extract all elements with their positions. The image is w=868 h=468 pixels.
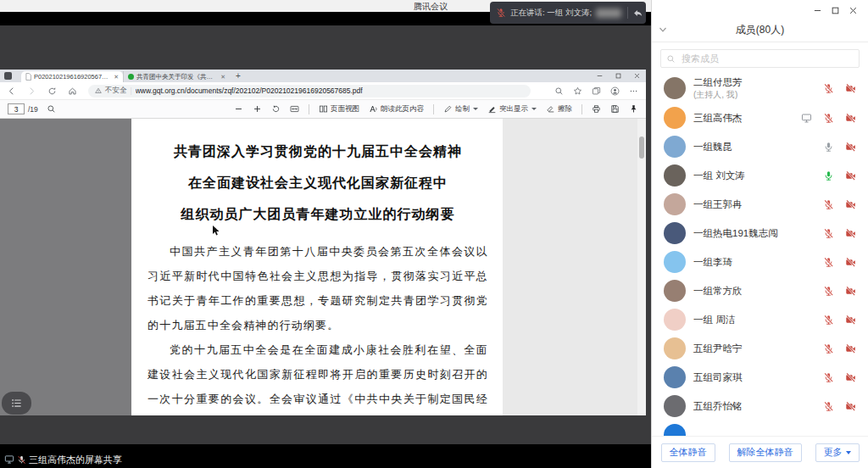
mic-muted-icon[interactable]: [823, 372, 834, 383]
member-row[interactable]: 一组王郭冉: [652, 190, 868, 219]
member-name-block: 一组王郭冉: [693, 198, 743, 211]
collapse-arrow-icon[interactable]: [632, 8, 643, 19]
rotate-icon[interactable]: [271, 104, 281, 114]
member-row[interactable]: 一组热电191魏志闯: [652, 219, 868, 248]
zoom-icon[interactable]: [554, 86, 564, 96]
member-row[interactable]: 一组常方欣: [652, 276, 868, 305]
draw-button[interactable]: 绘制: [443, 104, 478, 114]
camera-off-icon[interactable]: [845, 372, 856, 383]
fit-to-width-icon[interactable]: [290, 104, 299, 114]
back-icon[interactable]: [7, 86, 16, 96]
minimize-button[interactable]: [809, 3, 826, 17]
address-bar[interactable]: 不安全 | www.gqt.org.cn/documents/zqf/20210…: [88, 85, 531, 98]
camera-off-icon[interactable]: [845, 286, 856, 297]
tab-close-icon[interactable]: ✕: [114, 74, 119, 81]
zoom-in-icon[interactable]: [253, 104, 262, 114]
member-row[interactable]: 一组魏昆: [652, 132, 868, 161]
camera-off-icon[interactable]: [845, 142, 856, 153]
floating-toolbar-toggle[interactable]: [2, 392, 31, 415]
browser-close-button[interactable]: [627, 70, 646, 82]
mic-muted-icon[interactable]: [823, 286, 834, 297]
pdf-toolbar-actions: 页面视图 朗读此页内容 绘制 突出显示: [234, 104, 638, 114]
pdf-scrollbar[interactable]: [637, 119, 646, 415]
member-row[interactable]: 二组付思芳 (主持人, 我): [652, 73, 868, 103]
mute-all-button[interactable]: 全体静音: [661, 443, 715, 462]
pin-toolbar-icon[interactable]: [629, 104, 638, 114]
mic-muted-icon[interactable]: [823, 199, 834, 210]
maximize-button[interactable]: [826, 3, 844, 17]
close-button[interactable]: [844, 3, 862, 17]
mic-muted-icon[interactable]: [823, 401, 834, 412]
profile-icon[interactable]: [610, 86, 620, 96]
member-status-icons: [823, 372, 856, 383]
camera-off-icon[interactable]: [845, 343, 856, 354]
print-icon[interactable]: [592, 104, 601, 114]
read-aloud-button[interactable]: 朗读此页内容: [369, 104, 424, 114]
page-number-input[interactable]: [8, 103, 25, 114]
member-search-box[interactable]: [660, 49, 860, 68]
mic-muted-icon[interactable]: [823, 257, 834, 268]
avatar: [664, 280, 686, 302]
screen-sharing-icon[interactable]: [801, 113, 812, 124]
member-row[interactable]: 五组司家琪: [652, 363, 868, 392]
zoom-out-icon[interactable]: [234, 104, 243, 114]
new-tab-button[interactable]: +: [236, 72, 241, 81]
tab-title: P020210219616920567685.pdf: [34, 73, 111, 81]
unmute-all-button[interactable]: 解除全体静音: [729, 443, 802, 462]
mic-muted-icon[interactable]: [823, 228, 834, 239]
tab-close-icon[interactable]: ✕: [220, 74, 225, 81]
chevron-down-icon[interactable]: [473, 108, 478, 110]
forward-icon[interactable]: [27, 86, 36, 96]
tab-pdf[interactable]: P020210219616920567685.pdf ✕: [21, 71, 123, 82]
camera-off-icon[interactable]: [845, 315, 856, 326]
members-count-title: 成员(80人): [652, 23, 868, 37]
share-banner-label: 三组高伟杰的屏幕共享: [29, 454, 122, 466]
mic-muted-icon[interactable]: [823, 343, 834, 354]
member-row[interactable]: 五组尹晗宁: [652, 334, 868, 363]
scrollbar-thumb[interactable]: [639, 136, 644, 159]
browser-minimize-button[interactable]: [590, 70, 609, 82]
mic-muted-icon[interactable]: [823, 113, 834, 124]
mic-muted-icon[interactable]: [823, 315, 834, 326]
camera-off-icon[interactable]: [845, 170, 856, 181]
find-in-document-icon[interactable]: [47, 104, 56, 114]
avatar: [664, 222, 686, 244]
search-input[interactable]: [680, 53, 854, 64]
chevron-down-icon[interactable]: [531, 108, 537, 110]
pdf-toolbar: /19 页面视图 朗读此页内容: [0, 100, 646, 119]
camera-off-icon[interactable]: [845, 199, 856, 210]
pdf-viewport[interactable]: 共青团深入学习贯彻党的十九届五中全会精神 在全面建设社会主义现代化国家新征程中 …: [0, 119, 646, 415]
home-icon[interactable]: [68, 86, 77, 96]
member-list[interactable]: 二组付思芳 (主持人, 我) 三组高伟杰 一组魏昆 一组 刘文涛 一组王郭冉: [652, 73, 868, 436]
member-row[interactable]: 三组高伟杰: [652, 103, 868, 132]
camera-off-icon[interactable]: [845, 228, 856, 239]
camera-off-icon[interactable]: [845, 83, 856, 94]
member-row[interactable]: 一组 周洁: [652, 305, 868, 334]
speaking-indicator[interactable]: 正在讲话: 一组 刘文涛;: [490, 2, 646, 24]
camera-off-icon[interactable]: [845, 113, 856, 124]
save-icon[interactable]: [610, 104, 620, 114]
member-row[interactable]: 一组李琦: [652, 248, 868, 276]
mic-muted-icon[interactable]: [823, 83, 834, 94]
browser-icon[interactable]: [4, 72, 12, 80]
camera-off-icon[interactable]: [845, 401, 856, 412]
member-name-block: 一组 刘文涛: [693, 170, 745, 182]
member-row[interactable]: 一组 刘文涛: [652, 161, 868, 190]
refresh-icon[interactable]: [47, 86, 57, 96]
member-row[interactable]: 五组乔怡铭: [652, 392, 868, 421]
unmute-all-label: 解除全体静音: [737, 446, 793, 459]
collections-icon[interactable]: [592, 86, 601, 96]
camera-off-icon[interactable]: [845, 257, 856, 268]
erase-button[interactable]: 擦除: [546, 104, 572, 114]
mic-icon[interactable]: [823, 142, 834, 153]
more-button[interactable]: 更多: [815, 443, 860, 462]
member-row[interactable]: [652, 421, 868, 436]
meeting-window-controls: [809, 3, 862, 17]
favorites-star-icon[interactable]: [573, 86, 582, 96]
mic-active-icon[interactable]: [823, 170, 834, 181]
browser-menu-icon[interactable]: [629, 86, 638, 96]
page-view-button[interactable]: 页面视图: [319, 104, 359, 114]
browser-maximize-button[interactable]: [609, 70, 627, 82]
highlight-button[interactable]: 突出显示: [487, 104, 537, 114]
tab-gqt-page[interactable]: 共青团中央关于印发《共青团深... ✕: [123, 71, 230, 82]
